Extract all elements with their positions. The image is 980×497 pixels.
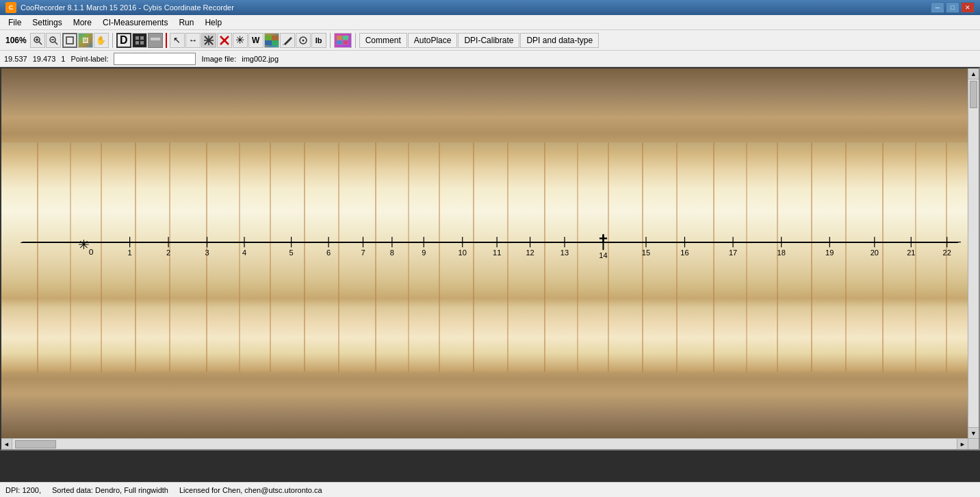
x-coordinate: 19.537 <box>4 55 27 63</box>
svg-text:12: 12 <box>526 248 534 257</box>
mode-buttons-group: D <box>116 33 163 48</box>
title-bar: C CooRecorder 8.1.1 March 15 2016 - Cybi… <box>0 0 980 15</box>
svg-text:14: 14 <box>599 251 607 259</box>
zoom-out-button[interactable] <box>46 33 61 48</box>
hand-tool-button[interactable]: ✋ <box>94 33 109 48</box>
image-file-label: Image file: <box>201 55 236 63</box>
window-controls: ─ □ ✕ <box>931 2 975 13</box>
svg-rect-20 <box>265 36 272 40</box>
toolbar: 106% 🖼 ✋ D <box>0 30 980 51</box>
dpi-datatype-button[interactable]: DPI and data-type <box>520 33 599 48</box>
w-button[interactable]: W <box>248 33 263 48</box>
zoom-in-button[interactable] <box>30 33 45 48</box>
minimize-button[interactable]: ─ <box>931 2 944 13</box>
svg-text:10: 10 <box>459 248 467 257</box>
svg-text:0: 0 <box>89 247 94 257</box>
ib-button[interactable]: Ib <box>311 33 326 48</box>
svg-text:5: 5 <box>289 248 294 257</box>
vscroll-thumb[interactable] <box>970 81 977 108</box>
sorted-data-info: Sorted data: Dendro, Full ringwidth <box>52 486 168 494</box>
hscroll-thumb[interactable] <box>15 440 56 448</box>
view-tools-group: 🖼 ✋ <box>62 33 109 48</box>
circle-tool-button[interactable] <box>296 33 311 48</box>
svg-rect-29 <box>343 36 348 40</box>
image-area: ✳ 0 + 1 2 3 4 5 <box>0 67 980 450</box>
svg-text:22: 22 <box>943 248 951 257</box>
slash-button[interactable] <box>280 33 295 48</box>
menu-file[interactable]: File <box>3 16 27 29</box>
svg-text:13: 13 <box>560 248 569 257</box>
grid-mode-button[interactable] <box>132 33 147 48</box>
status-bar: DPI: 1200, Sorted data: Dendro, Full rin… <box>0 482 980 497</box>
svg-rect-7 <box>66 37 73 44</box>
d-mode-button[interactable]: D <box>116 33 131 48</box>
hscroll-right-arrow[interactable]: ► <box>957 439 968 450</box>
red-x-button[interactable] <box>217 33 232 48</box>
point-label-input[interactable] <box>114 53 196 65</box>
svg-rect-10 <box>136 41 139 44</box>
svg-text:3: 3 <box>205 248 209 257</box>
menu-more[interactable]: More <box>68 16 97 29</box>
svg-rect-11 <box>140 41 144 44</box>
dpi-calibrate-button[interactable]: DPI-Calibrate <box>458 33 519 48</box>
svg-rect-8 <box>136 36 139 40</box>
svg-text:11: 11 <box>493 248 501 257</box>
vscroll-up-arrow[interactable]: ▲ <box>968 68 979 79</box>
sep1 <box>112 33 113 48</box>
svg-text:21: 21 <box>907 248 915 257</box>
svg-text:7: 7 <box>361 248 365 257</box>
svg-rect-9 <box>140 36 144 40</box>
image-button[interactable]: 🖼 <box>78 33 93 48</box>
y-coordinate: 19.473 <box>33 55 56 63</box>
rect-tool-button[interactable] <box>62 33 77 48</box>
close-button[interactable]: ✕ <box>961 2 975 13</box>
svg-text:15: 15 <box>642 248 650 257</box>
menu-bar: File Settings More CI-Measurements Run H… <box>0 15 980 30</box>
svg-text:9: 9 <box>422 248 426 257</box>
horizontal-tool-button[interactable]: ↔ <box>185 33 201 48</box>
svg-line-5 <box>55 42 57 44</box>
svg-text:17: 17 <box>729 248 737 257</box>
measurement-overlay: ✳ 0 + 1 2 3 4 5 <box>1 68 968 438</box>
gray-mode-button[interactable] <box>148 33 163 48</box>
scrollbar-corner <box>968 438 979 449</box>
svg-rect-31 <box>343 40 348 44</box>
coord-bar: 19.537 19.473 1 Point-label: Image file:… <box>0 51 980 67</box>
svg-rect-21 <box>272 36 279 40</box>
point-label-label: Point-label: <box>70 55 108 63</box>
app-icon: C <box>5 2 16 13</box>
asterisk-button[interactable]: ✳ <box>233 33 248 48</box>
svg-marker-24 <box>284 37 292 45</box>
svg-text:8: 8 <box>390 248 394 257</box>
svg-line-1 <box>39 42 42 44</box>
menu-run[interactable]: Run <box>173 16 199 29</box>
svg-rect-28 <box>337 36 342 40</box>
menu-settings[interactable]: Settings <box>27 16 67 29</box>
menu-help[interactable]: Help <box>199 16 227 29</box>
menu-ci-measurements[interactable]: CI-Measurements <box>97 16 173 29</box>
svg-text:20: 20 <box>871 248 879 257</box>
svg-text:18: 18 <box>777 248 786 257</box>
svg-text:16: 16 <box>680 248 688 257</box>
autoplace-button[interactable]: AutoPlace <box>408 33 458 48</box>
svg-rect-22 <box>265 40 272 45</box>
vertical-scrollbar[interactable]: ▲ ▼ <box>968 68 979 438</box>
hscroll-left-arrow[interactable]: ◄ <box>1 439 12 450</box>
vscroll-down-arrow[interactable]: ▼ <box>968 427 979 438</box>
svg-text:2: 2 <box>166 248 170 257</box>
image-file-name: img002.jpg <box>242 55 279 63</box>
svg-rect-13 <box>151 38 160 40</box>
svg-text:6: 6 <box>326 248 331 257</box>
svg-rect-23 <box>272 40 279 45</box>
comment-button[interactable]: Comment <box>359 33 407 48</box>
arrow-tool-button[interactable]: ↖ <box>170 33 185 48</box>
tree-ring-image[interactable]: ✳ 0 + 1 2 3 4 5 <box>1 68 968 438</box>
pattern-button[interactable] <box>264 33 279 48</box>
svg-text:19: 19 <box>825 248 834 257</box>
maximize-button[interactable]: □ <box>946 2 959 13</box>
window-title: CooRecorder 8.1.1 March 15 2016 - Cybis … <box>21 3 931 12</box>
horizontal-scrollbar[interactable]: ◄ ► <box>1 438 968 449</box>
sep3 <box>330 33 331 48</box>
cross-x-button[interactable] <box>201 33 216 48</box>
grid-view-button[interactable] <box>334 33 352 48</box>
